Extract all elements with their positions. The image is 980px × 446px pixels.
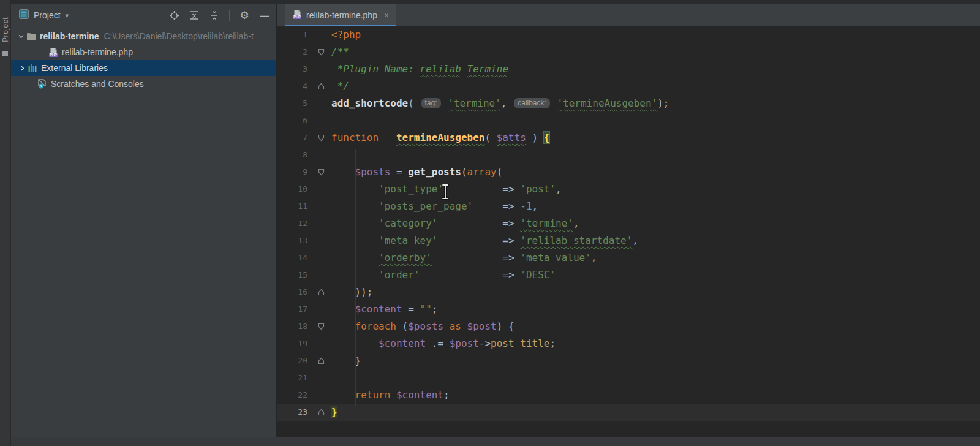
code-line-9[interactable]: 9 $posts = get_posts(array(	[277, 164, 980, 181]
code-line-17[interactable]: 17 $content = "";	[277, 301, 980, 318]
fold-end-icon[interactable]	[315, 404, 327, 421]
fold-gutter	[315, 266, 327, 284]
tree-item-label: relilab-termine	[40, 31, 99, 41]
fold-start-icon[interactable]	[315, 318, 327, 335]
fold-gutter	[315, 112, 327, 129]
tool-stripe-icon[interactable]	[2, 51, 8, 56]
chevron-expanded-icon[interactable]	[16, 33, 26, 40]
tree-item-path: C:\Users\Daniel\Desktop\relilab\relilab-…	[104, 31, 253, 41]
fold-gutter	[315, 198, 327, 215]
line-number: 15	[277, 266, 315, 284]
tree-item-project-root[interactable]: relilab-termine C:\Users\Daniel\Desktop\…	[11, 28, 276, 44]
code-line-4[interactable]: 4 */	[277, 78, 980, 95]
project-view-icon	[19, 9, 29, 21]
hide-panel-icon[interactable]: —	[259, 10, 270, 21]
chevron-collapsed-icon[interactable]	[17, 65, 27, 72]
code-line-2[interactable]: 2/**	[277, 43, 980, 61]
code-text: /**	[327, 43, 349, 61]
tab-title: relilab-termine.php	[306, 10, 377, 20]
code-text: add_shortcode( tag: 'termine', callback:…	[327, 95, 669, 112]
close-tab-icon[interactable]: ×	[384, 10, 389, 20]
line-number: 16	[277, 284, 315, 301]
code-lines: 1<?php2/**3 *Plugin Name: relilab Termin…	[277, 26, 980, 421]
panel-title[interactable]: Project	[34, 10, 61, 20]
fold-start-icon[interactable]	[315, 129, 327, 146]
code-editor[interactable]: 1<?php2/**3 *Plugin Name: relilab Termin…	[277, 26, 980, 446]
line-number: 7	[277, 129, 315, 146]
settings-gear-icon[interactable]: ⚙	[239, 10, 250, 21]
fold-end-icon[interactable]	[315, 78, 327, 95]
code-line-3[interactable]: 3 *Plugin Name: relilab Termine	[277, 61, 980, 78]
fold-gutter	[315, 249, 327, 266]
code-line-1[interactable]: 1<?php	[277, 26, 980, 43]
code-text: */	[327, 78, 349, 95]
code-line-20[interactable]: 20 }	[277, 352, 980, 369]
line-number: 18	[277, 318, 315, 335]
code-line-15[interactable]: 15 'order' => 'DESC'	[277, 266, 980, 284]
tree-item-scratches[interactable]: Scratches and Consoles	[11, 76, 276, 92]
line-number: 5	[277, 95, 315, 112]
tree-item-php-file[interactable]: PHP relilab-termine.php	[11, 44, 276, 60]
code-line-8[interactable]: 8	[277, 146, 980, 164]
fold-start-icon[interactable]	[315, 164, 327, 181]
fold-gutter	[315, 335, 327, 352]
project-stripe-button[interactable]: Project	[1, 17, 10, 42]
code-text: }	[327, 404, 337, 421]
php-file-icon: PHP	[48, 47, 59, 58]
fold-start-icon[interactable]	[315, 43, 327, 61]
code-line-21[interactable]: 21	[277, 369, 980, 387]
fold-gutter	[315, 95, 327, 112]
code-line-19[interactable]: 19 $content .= $post->post_title;	[277, 335, 980, 352]
project-panel-header[interactable]: Project ▾	[11, 4, 276, 26]
code-line-7[interactable]: 7function termineAusgeben( $atts ) {	[277, 129, 980, 146]
fold-gutter	[315, 26, 327, 43]
line-number: 2	[277, 43, 315, 61]
line-number: 23	[277, 404, 315, 421]
code-text: 'meta_key' => 'relilab_startdate',	[327, 232, 638, 249]
window-top-edge	[11, 0, 980, 4]
fold-gutter	[315, 61, 327, 78]
code-line-10[interactable]: 10 'post_type' => 'post',	[277, 181, 980, 198]
line-number: 22	[277, 387, 315, 404]
code-line-22[interactable]: 22 return $content;	[277, 387, 980, 404]
line-number: 19	[277, 335, 315, 352]
code-text: 'order' => 'DESC'	[327, 266, 556, 284]
svg-text:PHP: PHP	[293, 15, 301, 18]
code-line-16[interactable]: 16 ));	[277, 284, 980, 301]
code-line-12[interactable]: 12 'category' => 'termine',	[277, 215, 980, 232]
fold-gutter	[315, 215, 327, 232]
fold-end-icon[interactable]	[315, 352, 327, 369]
code-line-5[interactable]: 5add_shortcode( tag: 'termine', callback…	[277, 95, 980, 112]
code-text: *Plugin Name: relilab Termine	[327, 61, 508, 78]
editor-tab-bar: PHP relilab-termine.php ×	[277, 4, 980, 26]
code-line-14[interactable]: 14 'orderby' => 'meta_value',	[277, 249, 980, 266]
fold-gutter	[315, 232, 327, 249]
code-text: $content .= $post->post_title;	[327, 335, 556, 352]
code-text: <?php	[327, 26, 361, 43]
collapse-all-icon[interactable]	[209, 10, 220, 21]
line-number: 12	[277, 215, 315, 232]
locate-file-icon[interactable]	[168, 10, 179, 21]
code-line-13[interactable]: 13 'meta_key' => 'relilab_startdate',	[277, 232, 980, 249]
tab-relilab-termine-php[interactable]: PHP relilab-termine.php ×	[285, 4, 396, 26]
code-line-11[interactable]: 11 'posts_per_page' => -1,	[277, 198, 980, 215]
code-line-23[interactable]: 23}	[277, 404, 980, 421]
line-number: 14	[277, 249, 315, 266]
code-line-6[interactable]: 6	[277, 112, 980, 129]
line-number: 1	[277, 26, 315, 43]
project-panel: Project ▾	[11, 4, 277, 446]
tree-item-external-libraries[interactable]: External Libraries	[11, 60, 276, 76]
fold-gutter	[315, 301, 327, 318]
php-file-icon: PHP	[292, 9, 302, 22]
code-text: function termineAusgeben( $atts ) {	[327, 129, 549, 146]
ide-window: Project Project ▾	[0, 0, 980, 446]
expand-all-icon[interactable]	[189, 10, 200, 21]
status-bar-edge	[11, 437, 980, 446]
chevron-down-icon[interactable]: ▾	[66, 12, 69, 20]
code-text	[327, 369, 331, 387]
fold-end-icon[interactable]	[315, 284, 327, 301]
code-line-18[interactable]: 18 foreach ($posts as $post) {	[277, 318, 980, 335]
fold-gutter	[315, 369, 327, 387]
line-number: 11	[277, 198, 315, 215]
line-number: 6	[277, 112, 315, 129]
